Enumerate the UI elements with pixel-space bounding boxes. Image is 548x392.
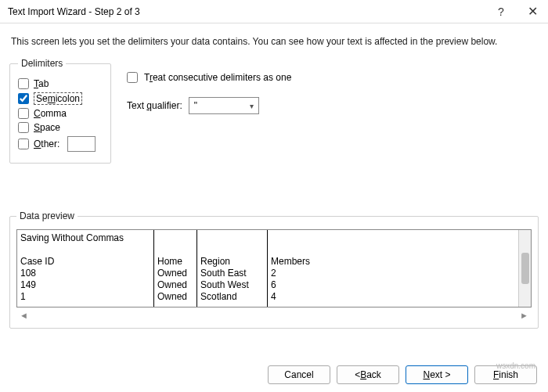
window-title: Text Import Wizard - Step 2 of 3 (8, 6, 140, 17)
next-button[interactable]: Next > (406, 365, 468, 384)
cancel-button[interactable]: Cancel (268, 365, 330, 384)
title-bar: Text Import Wizard - Step 2 of 3 ? ✕ (0, 0, 548, 23)
scroll-left-icon[interactable]: ◄ (20, 311, 28, 320)
space-checkbox[interactable] (18, 122, 29, 133)
delimiter-other[interactable]: Other: (18, 136, 103, 152)
help-button[interactable]: ? (485, 0, 517, 23)
comma-checkbox[interactable] (18, 108, 29, 119)
data-preview-legend: Data preview (16, 210, 78, 221)
tab-checkbox[interactable] (18, 78, 29, 89)
delimiter-comma[interactable]: Comma (18, 108, 103, 119)
preview-col-4: Members 2 6 4 (268, 230, 531, 307)
vertical-scrollbar[interactable] (518, 230, 531, 307)
preview-col-2: Home Owned Owned Owned (154, 230, 197, 307)
back-button[interactable]: < Back (337, 365, 399, 384)
other-input[interactable] (67, 136, 96, 152)
delimiter-space[interactable]: Space (18, 122, 103, 133)
horizontal-scrollbar[interactable]: ◄ ► (16, 309, 532, 322)
treat-consecutive-label: Treat consecutive delimiters as one (144, 72, 291, 83)
delimiter-tab[interactable]: Tab (18, 78, 103, 89)
text-qualifier-select[interactable]: " ▾ (189, 97, 259, 114)
semicolon-checkbox[interactable] (18, 93, 29, 104)
close-button[interactable]: ✕ (517, 0, 548, 23)
text-qualifier-value: " (194, 100, 197, 111)
delimiter-semicolon[interactable]: Semicolon (18, 92, 103, 105)
scroll-right-icon[interactable]: ► (520, 311, 528, 320)
data-preview-group: Data preview Saving Without Commas Case … (9, 210, 539, 329)
preview-area: Saving Without Commas Case ID 108 149 1 … (16, 229, 532, 307)
delimiters-legend: Delimiters (18, 58, 66, 69)
other-checkbox[interactable] (18, 138, 29, 149)
delimiters-group: Delimiters Tab Semicolon Comma Space Oth… (9, 58, 111, 164)
preview-col-1: Saving Without Commas Case ID 108 149 1 (17, 230, 154, 307)
preview-col-3: Region South East South West Scotland (197, 230, 268, 307)
chevron-down-icon: ▾ (250, 102, 254, 110)
treat-consecutive-checkbox[interactable] (127, 72, 138, 83)
instruction-text: This screen lets you set the delimiters … (11, 36, 537, 47)
text-qualifier-label: Text qualifier: (127, 100, 182, 111)
watermark-text: wsxdn.com (496, 361, 535, 370)
